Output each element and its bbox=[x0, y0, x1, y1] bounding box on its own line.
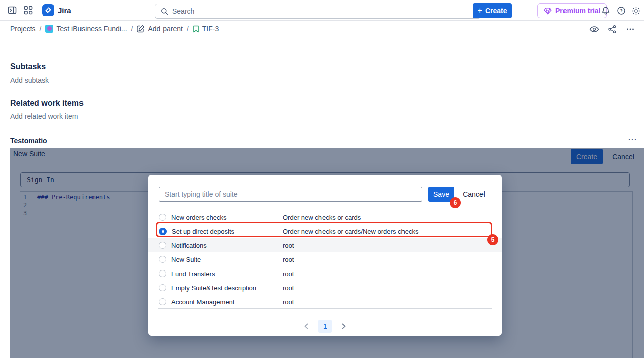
suite-row-path: root bbox=[283, 242, 294, 249]
next-page-icon[interactable] bbox=[340, 322, 348, 330]
suite-rows: New orders checksOrder new checks or car… bbox=[148, 210, 502, 309]
breadcrumb-row: Projects / Test iBusiness Fundi... / Add… bbox=[0, 21, 644, 37]
prev-page-icon[interactable] bbox=[302, 322, 310, 330]
suite-row[interactable]: Notificationsroot bbox=[148, 238, 502, 252]
suite-search-input[interactable] bbox=[159, 187, 422, 202]
suite-row-label: New Suite bbox=[171, 256, 201, 263]
suite-row-label: Notifications bbox=[171, 242, 207, 249]
edit-pencil-icon bbox=[137, 25, 145, 33]
breadcrumb-projects[interactable]: Projects bbox=[10, 25, 36, 33]
testomatio-more-icon[interactable]: ⋯ bbox=[628, 134, 638, 145]
notifications-icon[interactable] bbox=[600, 5, 612, 17]
suite-row[interactable]: Account Managementroot bbox=[148, 295, 502, 309]
create-button[interactable]: + Create bbox=[473, 3, 512, 18]
suite-row-label: Set up direct deposits bbox=[172, 228, 234, 235]
project-avatar-icon bbox=[45, 25, 53, 33]
radio-icon[interactable] bbox=[159, 256, 166, 263]
radio-icon[interactable] bbox=[159, 270, 166, 277]
collapse-sidebar-icon[interactable] bbox=[7, 5, 17, 15]
divider bbox=[158, 308, 492, 309]
search-input[interactable] bbox=[172, 7, 475, 15]
suite-row[interactable]: Fund Transfersroot bbox=[148, 266, 502, 281]
suite-select-modal: Save Cancel New orders checksOrder new c… bbox=[148, 175, 502, 336]
suite-row[interactable]: New Suiteroot bbox=[148, 252, 502, 266]
more-actions-icon[interactable] bbox=[623, 23, 638, 36]
breadcrumb-issue-key[interactable]: TIF-3 bbox=[193, 25, 219, 33]
search-icon bbox=[160, 8, 168, 15]
bookmark-story-icon bbox=[193, 25, 199, 33]
breadcrumb: Projects / Test iBusiness Fundi... / Add… bbox=[10, 21, 219, 37]
suite-row-label: Empty Suite&Test description bbox=[171, 284, 256, 292]
radio-selected-icon[interactable] bbox=[159, 228, 167, 235]
global-search[interactable] bbox=[155, 4, 481, 19]
radio-icon[interactable] bbox=[159, 214, 166, 221]
help-icon[interactable]: ? bbox=[615, 5, 627, 17]
suite-row-path: Order new checks or cards bbox=[283, 214, 361, 221]
radio-icon[interactable] bbox=[159, 298, 166, 305]
share-icon[interactable] bbox=[605, 23, 620, 36]
modal-cancel-button[interactable]: Cancel bbox=[459, 187, 489, 202]
premium-trial-button[interactable]: Premium trial bbox=[537, 3, 607, 18]
gem-icon bbox=[544, 7, 552, 15]
jira-page: Jira + Create Premium trial bbox=[0, 0, 644, 362]
svg-text:?: ? bbox=[620, 8, 623, 13]
issue-actions bbox=[587, 23, 638, 36]
top-navbar: Jira + Create Premium trial bbox=[0, 0, 644, 21]
suite-row-path: root bbox=[283, 256, 294, 263]
page-number[interactable]: 1 bbox=[318, 320, 332, 333]
radio-icon[interactable] bbox=[159, 242, 166, 249]
related-work-heading: Related work items bbox=[10, 99, 84, 108]
add-subtask-link[interactable]: Add subtask bbox=[10, 76, 49, 84]
app-name: Jira bbox=[58, 6, 71, 15]
pagination: 1 bbox=[148, 320, 502, 333]
app-switcher-icon[interactable] bbox=[23, 5, 33, 15]
suite-row[interactable]: New orders checksOrder new checks or car… bbox=[148, 210, 502, 224]
plus-icon: + bbox=[478, 6, 482, 15]
breadcrumb-project[interactable]: Test iBusiness Fundi... bbox=[45, 25, 127, 33]
add-parent-button[interactable]: Add parent bbox=[137, 25, 183, 33]
suite-row[interactable]: Set up direct depositsOrder new checks o… bbox=[148, 224, 502, 238]
suite-row-label: Fund Transfers bbox=[171, 270, 215, 278]
suite-row-label: New orders checks bbox=[171, 214, 227, 221]
save-button[interactable]: Save bbox=[428, 187, 454, 202]
jira-logo[interactable] bbox=[42, 4, 54, 16]
testomatio-heading: Testomatio bbox=[10, 137, 47, 145]
suite-row[interactable]: Empty Suite&Test descriptionroot bbox=[148, 281, 502, 295]
subtasks-heading: Subtasks bbox=[10, 62, 46, 71]
suite-row-path: root bbox=[283, 270, 294, 278]
suite-row-label: Account Management bbox=[171, 298, 234, 306]
suite-row-path: root bbox=[283, 298, 294, 306]
watch-eye-icon[interactable] bbox=[587, 23, 602, 36]
suite-row-path: root bbox=[283, 284, 294, 292]
add-related-link[interactable]: Add related work item bbox=[10, 112, 78, 120]
suite-row-path: Order new checks or cards/New orders che… bbox=[283, 228, 418, 235]
radio-icon[interactable] bbox=[159, 284, 166, 291]
settings-gear-icon[interactable] bbox=[630, 5, 642, 17]
